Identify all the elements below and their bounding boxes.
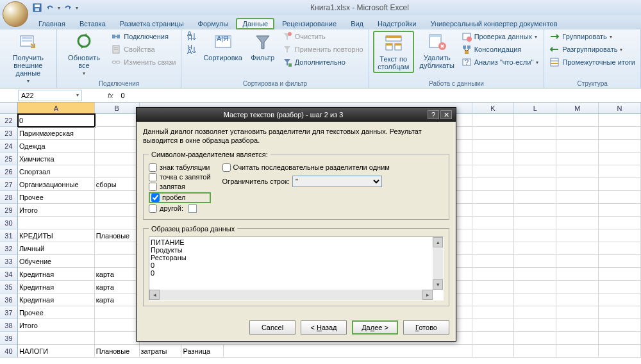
row-header[interactable]: 24 [0, 140, 18, 153]
cell[interactable]: Организационные [18, 178, 95, 191]
cell[interactable] [95, 332, 140, 345]
consolidate-button[interactable]: Консолидация [460, 44, 540, 55]
cancel-button[interactable]: Cancel [249, 320, 296, 335]
cell[interactable] [95, 191, 140, 204]
cell[interactable] [472, 294, 515, 306]
cell[interactable]: КРЕДИТЫ [18, 229, 95, 242]
cell[interactable] [472, 165, 515, 178]
cell[interactable] [95, 306, 140, 319]
cell[interactable] [514, 345, 556, 358]
cell[interactable]: Разница [181, 345, 224, 358]
scrollbar-horizontal[interactable]: ◂ ▸ [149, 290, 433, 300]
undo-icon[interactable] [45, 3, 55, 13]
ungroup-button[interactable]: Разгруппировать ▾ [548, 44, 637, 55]
close-button[interactable]: ✕ [440, 110, 452, 119]
clear-button[interactable]: Очистить [281, 31, 365, 42]
cell[interactable]: НАЛОГИ [18, 345, 95, 358]
cell[interactable] [556, 153, 599, 165]
cell[interactable]: карта [95, 294, 140, 306]
scroll-left-icon[interactable]: ◂ [149, 290, 160, 300]
cell[interactable]: Спортзал [18, 165, 95, 178]
row-header[interactable]: 35 [0, 281, 18, 294]
row-header[interactable]: 31 [0, 229, 18, 242]
cell[interactable] [556, 204, 599, 217]
cell[interactable]: 0 [18, 114, 95, 127]
row-header[interactable]: 32 [0, 242, 18, 255]
cell[interactable] [514, 306, 556, 319]
cell[interactable] [95, 114, 140, 127]
col-header[interactable]: N [599, 103, 641, 113]
cell[interactable] [556, 229, 599, 242]
cell[interactable] [472, 345, 515, 358]
col-header[interactable]: M [556, 103, 599, 113]
comma-checkbox[interactable]: запятая [149, 183, 211, 191]
tab-view[interactable]: Вид [344, 18, 370, 29]
whatif-button[interactable]: ?Анализ "что-если" ▾ [460, 56, 540, 68]
cell[interactable] [599, 191, 641, 204]
row-header[interactable]: 39 [0, 332, 18, 345]
cell[interactable] [514, 268, 556, 281]
cell[interactable] [599, 255, 641, 268]
dialog-titlebar[interactable]: Мастер текстов (разбор) - шаг 2 из 3 ? ✕ [137, 108, 456, 122]
cell[interactable] [556, 178, 599, 191]
cell[interactable] [472, 319, 515, 332]
cell[interactable] [556, 255, 599, 268]
tab-review[interactable]: Рецензирование [276, 18, 343, 29]
cell[interactable] [18, 332, 95, 345]
connections-button[interactable]: Подключения [110, 31, 177, 42]
row-header[interactable]: 27 [0, 178, 18, 191]
row-header[interactable]: 25 [0, 153, 18, 165]
remove-duplicates-button[interactable]: Удалить дубликаты [417, 31, 458, 70]
cell[interactable]: Парикмахерская [18, 127, 95, 140]
cell[interactable]: Прочее [18, 191, 95, 204]
row-header[interactable]: 33 [0, 255, 18, 268]
cell[interactable] [472, 140, 515, 153]
tab-data[interactable]: Данные [236, 18, 274, 29]
other-checkbox[interactable]: другой: [149, 204, 211, 213]
cell[interactable] [514, 281, 556, 294]
row-header[interactable]: 29 [0, 204, 18, 217]
redo-icon[interactable] [63, 3, 73, 13]
cell[interactable] [599, 178, 641, 191]
cell[interactable] [514, 178, 556, 191]
cell[interactable] [472, 268, 515, 281]
cell[interactable] [599, 242, 641, 255]
scroll-down-icon[interactable]: ▾ [433, 279, 443, 290]
cell[interactable] [95, 217, 140, 229]
refresh-all-button[interactable]: Обновить все ▾ [61, 31, 108, 78]
cell[interactable]: Итого [18, 204, 95, 217]
cell[interactable] [472, 217, 515, 229]
row-header[interactable]: 30 [0, 217, 18, 229]
finish-button[interactable]: Готово [403, 320, 449, 335]
cell[interactable] [95, 255, 140, 268]
row-header[interactable]: 26 [0, 165, 18, 178]
reapply-button[interactable]: Применить повторно [281, 44, 365, 55]
cell[interactable] [472, 204, 515, 217]
cell[interactable] [599, 114, 641, 127]
cell[interactable]: Химчистка [18, 153, 95, 165]
cell[interactable] [599, 268, 641, 281]
undo-dropdown-icon[interactable]: ▾ [58, 5, 60, 11]
cell[interactable] [514, 255, 556, 268]
cell[interactable] [514, 114, 556, 127]
space-checkbox[interactable]: пробел [149, 192, 211, 203]
cell[interactable]: Одежда [18, 140, 95, 153]
back-button[interactable]: < Назад [301, 320, 347, 335]
cell[interactable] [556, 165, 599, 178]
cell[interactable] [556, 127, 599, 140]
cell[interactable]: Итого [18, 319, 95, 332]
scroll-right-icon[interactable]: ▸ [422, 290, 433, 300]
cell[interactable]: затраты [140, 345, 182, 358]
cell[interactable] [556, 268, 599, 281]
cell[interactable] [556, 242, 599, 255]
cell[interactable] [95, 153, 140, 165]
office-button[interactable] [3, 1, 28, 27]
cell[interactable] [514, 332, 556, 345]
cell[interactable] [472, 191, 515, 204]
save-icon[interactable] [32, 3, 42, 13]
advanced-button[interactable]: Дополнительно [281, 56, 365, 68]
cell[interactable] [599, 332, 641, 345]
cell[interactable] [95, 319, 140, 332]
select-all-corner[interactable] [0, 103, 18, 113]
cell[interactable] [472, 153, 515, 165]
